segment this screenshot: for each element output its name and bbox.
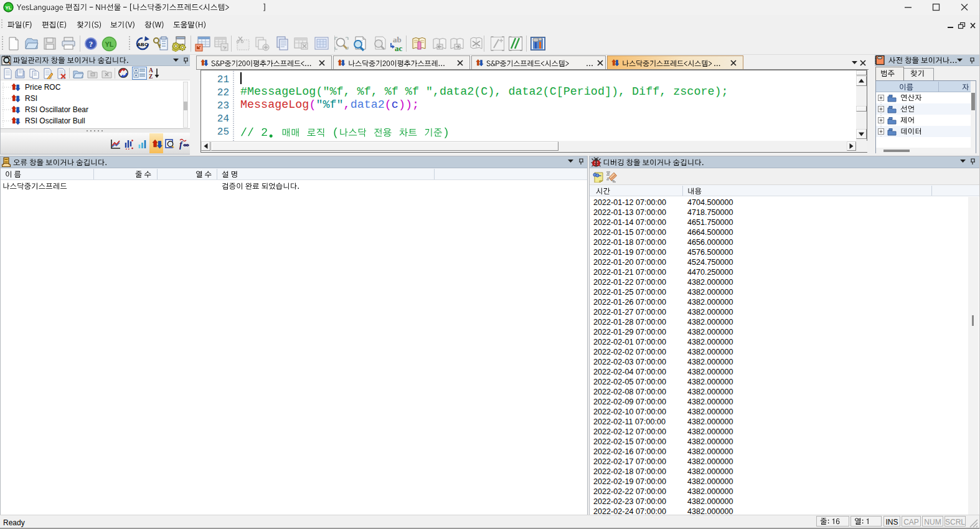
svg-text:ac: ac: [395, 44, 403, 52]
svg-text:YL: YL: [5, 5, 11, 11]
svg-text:ABC: ABC: [137, 42, 148, 47]
svg-text:ab: ab: [393, 35, 402, 44]
svg-text:?: ?: [89, 39, 93, 49]
svg-text:Z: Z: [149, 74, 153, 80]
svg-text:YL: YL: [105, 41, 113, 48]
svg-text:f: f: [179, 140, 183, 150]
svg-text:A: A: [149, 67, 153, 74]
